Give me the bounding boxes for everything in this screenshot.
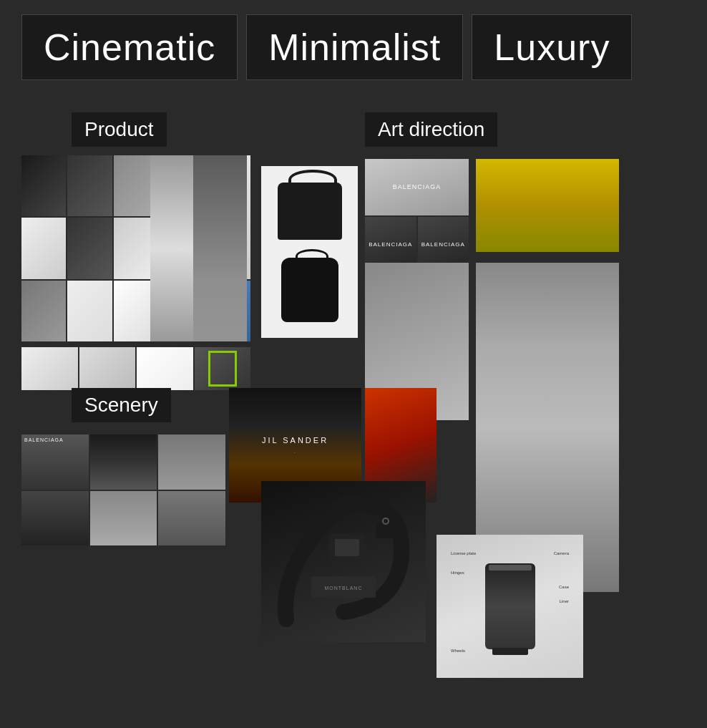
header-cinematic: Cinematic xyxy=(21,14,238,80)
balenciaga-badge-3: BALENCIAGA xyxy=(421,241,465,248)
scenery-label: Scenery xyxy=(72,388,171,422)
product-extra-4 xyxy=(195,347,251,390)
diagram-wheels xyxy=(492,648,528,655)
scenery-collage: BALENCIAGA xyxy=(21,435,225,545)
diagram-luggage-body xyxy=(485,563,535,649)
product-image-2 xyxy=(67,155,112,216)
art-direction-label: Art direction xyxy=(365,112,497,147)
scenery-img-5 xyxy=(90,491,157,546)
product-image-1 xyxy=(21,155,66,216)
diagram-label-liner: Liner xyxy=(560,599,569,603)
bag-strap-svg: MONTBLANC xyxy=(272,490,415,634)
bag-closeup: MONTBLANC xyxy=(261,481,426,642)
product-extra-row xyxy=(21,347,250,390)
diagram-label-camera: Camera xyxy=(554,551,569,555)
balenciaga-badge-1: BALENCIAGA xyxy=(393,183,442,190)
scenery-img-2 xyxy=(90,435,157,490)
diagram-label-licenseplate: License plate xyxy=(451,551,476,555)
header-minimalist: Minimalist xyxy=(246,14,463,80)
product-image-5 xyxy=(21,218,66,278)
product-luggage-overlay xyxy=(193,155,247,341)
product-extra-3 xyxy=(137,347,193,390)
header-row: Cinematic Minimalist Luxury xyxy=(0,0,707,91)
product-image-9 xyxy=(21,281,66,341)
balenciaga-scenery-badge: BALENCIAGA xyxy=(24,437,64,442)
luggage-anatomy-diagram: License plate Camera Hinges Case Liner W… xyxy=(437,535,583,678)
white-product-panel xyxy=(261,166,358,338)
handbag-shape xyxy=(278,183,342,240)
luggage-with-straps xyxy=(208,351,237,387)
jil-sander-subtitle: . xyxy=(293,448,296,455)
jil-sander-brand-large: JIL SANDER xyxy=(262,436,328,445)
scenery-img-6 xyxy=(158,491,225,546)
balenciaga-badge-2: BALENCIAGA xyxy=(369,241,412,248)
diagram-inner: License plate Camera Hinges Case Liner W… xyxy=(447,545,572,667)
scenery-img-4 xyxy=(21,491,89,546)
svg-rect-2 xyxy=(376,523,396,538)
diagram-top-bar xyxy=(489,565,532,571)
product-extra-2 xyxy=(79,347,136,390)
fashion-editorial-large xyxy=(476,159,619,252)
main-canvas: Product Art direction xyxy=(0,91,707,721)
product-image-6 xyxy=(67,218,112,278)
product-tall-luggage xyxy=(150,155,193,341)
bag-closeup-inner: MONTBLANC xyxy=(272,490,415,634)
header-luxury: Luxury xyxy=(472,14,632,80)
diagram-label-hinges: Hinges xyxy=(451,571,464,575)
product-extra-1 xyxy=(21,347,78,390)
svg-text:MONTBLANC: MONTBLANC xyxy=(325,586,363,591)
diagram-label-wheels: Wheels xyxy=(451,649,465,653)
svg-rect-1 xyxy=(335,539,359,556)
product-label: Product xyxy=(72,112,167,147)
product-image-10 xyxy=(67,281,112,341)
backpack-shape xyxy=(281,258,338,322)
diagram-label-case: Case xyxy=(559,585,569,589)
art-img-1: BALENCIAGA xyxy=(365,159,469,215)
scenery-img-3 xyxy=(158,435,225,490)
scenery-img-1: BALENCIAGA xyxy=(21,435,89,490)
